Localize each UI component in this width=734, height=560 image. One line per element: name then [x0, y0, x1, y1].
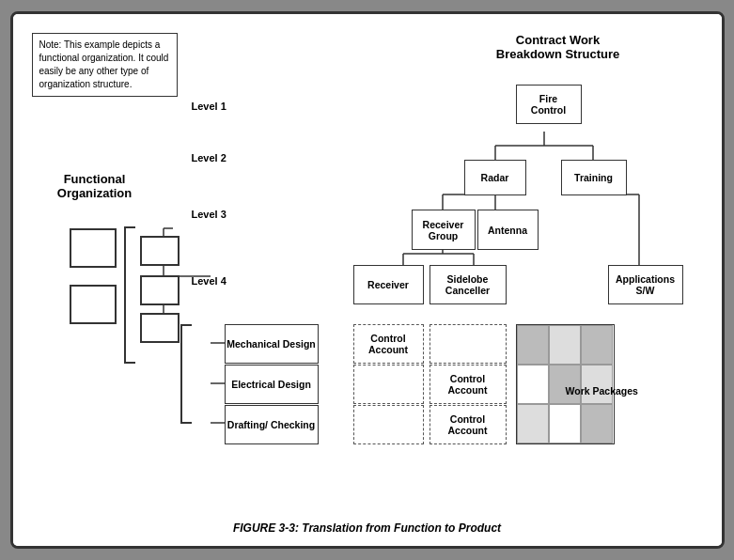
mech-design-box: Mechanical Design — [225, 324, 319, 364]
figure-caption: FIGURE 3-3: Translation from Function to… — [233, 521, 501, 535]
func-box-3 — [140, 236, 180, 266]
control-account-2a — [353, 365, 424, 404]
level3-label: Level 3 — [192, 209, 226, 220]
note-text: Note: This example depicts a functional … — [39, 39, 169, 89]
level1-label: Level 1 — [192, 101, 226, 112]
note-box: Note: This example depicts a functional … — [32, 33, 178, 97]
func-box-5 — [140, 313, 180, 343]
work-packages-grid — [516, 324, 615, 444]
receiver-group-box: Receiver Group — [412, 210, 476, 250]
sidelobe-box: Sidelobe Canceller — [429, 265, 507, 304]
level4-label: Level 4 — [192, 275, 226, 287]
diagram: Note: This example depicts a functional … — [13, 14, 722, 546]
antenna-box: Antenna — [477, 210, 539, 250]
cwbs-title: Contract Work Breakdown Structure — [474, 33, 643, 61]
cwbs-title-text: Contract Work Breakdown Structure — [496, 33, 619, 61]
drafting-box: Drafting/ Checking — [225, 405, 319, 444]
applications-label: Applications S/W — [616, 273, 675, 296]
control-account-1-label: Control Account — [368, 333, 408, 355]
control-account-3-label: Control Account — [448, 413, 488, 436]
sidelobe-label: Sidelobe Canceller — [445, 273, 490, 296]
elec-design-box: Electrical Design — [225, 365, 319, 404]
caption-text: FIGURE 3-3: Translation from Function to… — [233, 521, 501, 535]
applications-box: Applications S/W — [608, 265, 683, 304]
control-account-3a — [353, 405, 424, 444]
func-bracket-inner — [124, 226, 135, 364]
work-packages-label: Work Packages — [566, 385, 638, 397]
level2-label: Level 2 — [192, 152, 226, 163]
control-account-1b — [429, 324, 507, 364]
elec-design-label: Electrical Design — [231, 379, 311, 390]
radar-box: Radar — [464, 160, 526, 195]
control-account-2-label: Control Account — [448, 373, 488, 396]
receiver-box: Receiver — [353, 265, 424, 304]
fire-control-box: Fire Control — [516, 85, 582, 124]
func-box-1 — [70, 228, 117, 268]
wp-cell-9 — [581, 404, 613, 443]
wp-cell-8 — [549, 404, 581, 443]
radar-label: Radar — [481, 172, 509, 183]
training-box: Training — [561, 160, 627, 195]
antenna-label: Antenna — [488, 225, 527, 236]
receiver-label: Receiver — [367, 279, 409, 290]
training-label: Training — [574, 172, 613, 183]
receiver-group-label: Receiver Group — [423, 219, 464, 241]
func-org-title: Functional Organization — [34, 172, 156, 200]
wp-cell-1 — [517, 325, 549, 365]
wp-cell-2 — [549, 325, 581, 365]
fire-control-label: Fire Control — [531, 93, 566, 116]
main-frame: Note: This example depicts a functional … — [10, 11, 725, 549]
mech-design-label: Mechanical Design — [226, 338, 316, 350]
control-account-1: Control Account — [353, 324, 424, 364]
wp-cell-7 — [517, 404, 549, 443]
wp-cell-4 — [517, 365, 549, 404]
wp-cell-3 — [581, 325, 613, 365]
func-bracket-outer — [180, 324, 192, 424]
control-account-2: Control Account — [429, 365, 507, 404]
drafting-label: Drafting/ Checking — [227, 419, 315, 430]
func-box-4 — [140, 275, 180, 305]
wp-cell-5 — [549, 365, 581, 404]
control-account-3: Control Account — [429, 405, 507, 444]
wp-cell-6 — [581, 365, 613, 404]
func-box-2 — [70, 285, 117, 324]
func-org-title-text: Functional Organization — [57, 172, 132, 200]
